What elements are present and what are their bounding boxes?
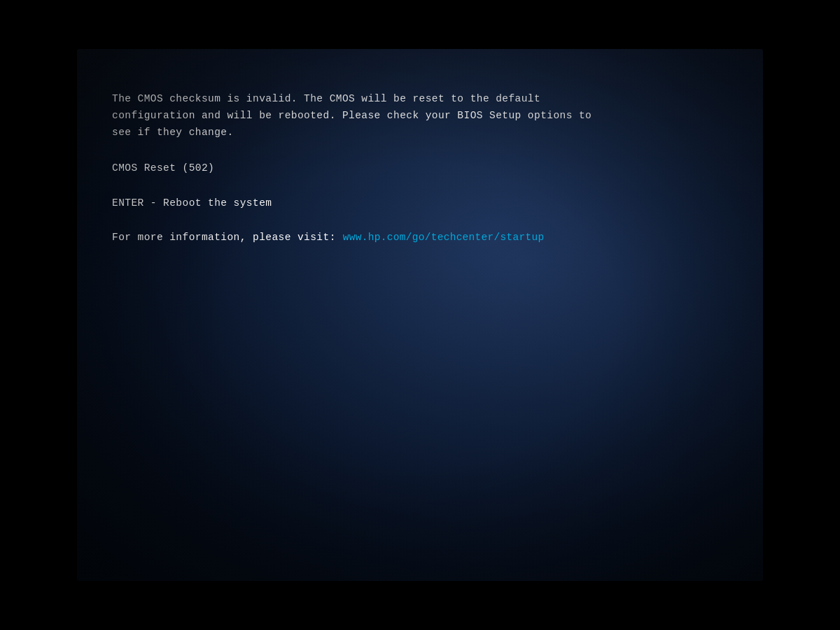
screen-background: The CMOS checksum is invalid. The CMOS w… (77, 49, 763, 581)
more-info-line: For more information, please visit: www.… (112, 230, 735, 246)
bios-content: The CMOS checksum is invalid. The CMOS w… (112, 91, 735, 246)
error-message: The CMOS checksum is invalid. The CMOS w… (112, 91, 735, 141)
cmos-reset-text: CMOS Reset (502) (112, 161, 735, 176)
error-line-2: configuration and will be rebooted. Plea… (112, 108, 735, 125)
error-line-1: The CMOS checksum is invalid. The CMOS w… (112, 91, 735, 108)
error-line-3: see if they change. (112, 125, 735, 141)
more-info-url: www.hp.com/go/techcenter/startup (343, 230, 545, 246)
enter-reboot-text: ENTER - Reboot the system (112, 196, 735, 211)
screen-outer: The CMOS checksum is invalid. The CMOS w… (77, 49, 763, 581)
more-info-label: For more information, please visit: (112, 230, 336, 246)
photo-frame: The CMOS checksum is invalid. The CMOS w… (0, 0, 840, 630)
